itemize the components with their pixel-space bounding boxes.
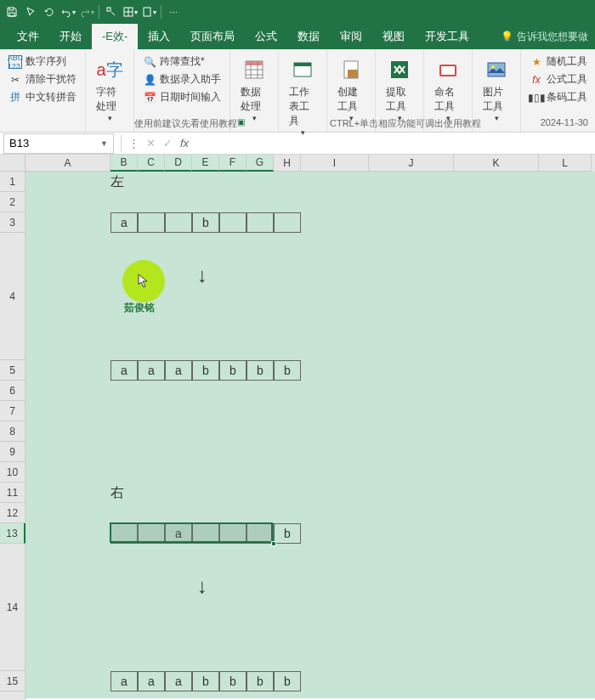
select-all-corner[interactable] <box>0 155 26 172</box>
cell[interactable] <box>192 523 219 544</box>
cell[interactable]: a <box>165 360 192 381</box>
char-process-button[interactable]: a字 字符处理▾ <box>91 53 128 126</box>
datetime-button[interactable]: 📅日期时间输入 <box>139 88 224 106</box>
col-header-C[interactable]: C <box>138 155 165 172</box>
create-tools-button[interactable]: 创建工具▾ <box>332 53 370 126</box>
extract-tools-button[interactable]: 提取工具▾ <box>381 53 418 126</box>
col-header-G[interactable]: G <box>246 155 274 172</box>
cell-area[interactable]: 左右abaaabbbbabaaabbbb↓↓茹俊铭 <box>26 172 595 698</box>
menu-view[interactable]: 视图 <box>372 24 415 49</box>
col-header-A[interactable]: A <box>26 155 110 172</box>
formula-input[interactable] <box>193 133 595 154</box>
cell[interactable] <box>138 212 165 233</box>
cell[interactable]: b <box>219 671 246 692</box>
menu-data[interactable]: 数据 <box>287 24 330 49</box>
cell[interactable] <box>110 523 138 544</box>
col-header-F[interactable]: F <box>219 155 246 172</box>
barcode-tools-button[interactable]: ▮▯▮条码工具 <box>526 88 591 106</box>
row-header-4[interactable]: 4 <box>0 233 26 360</box>
row-header-[interactable] <box>0 692 26 700</box>
clipboard-icon[interactable]: ▾ <box>140 3 157 20</box>
pinyin-button[interactable]: 拼中文转拼音 <box>5 88 80 106</box>
touch-icon[interactable] <box>103 3 120 20</box>
cell[interactable] <box>165 212 192 233</box>
cell[interactable]: b <box>192 360 219 381</box>
row-header-7[interactable]: 7 <box>0 401 26 421</box>
name-tools-button[interactable]: 命名工具▾ <box>429 53 467 126</box>
menu-eeffect[interactable]: -E效- <box>92 24 138 49</box>
confirm-icon[interactable]: ✓ <box>159 137 176 150</box>
redo-icon[interactable]: ▾ <box>78 3 95 20</box>
grid-icon[interactable]: ▾ <box>122 3 139 20</box>
name-box[interactable]: B13 ▼ <box>3 133 114 154</box>
menu-formula[interactable]: 公式 <box>245 24 287 49</box>
formula-tools-button[interactable]: fx公式工具 <box>526 71 591 88</box>
cell[interactable] <box>274 212 301 233</box>
row-header-2[interactable]: 2 <box>0 192 26 212</box>
row-header-1[interactable]: 1 <box>0 172 26 192</box>
col-header-D[interactable]: D <box>165 155 192 172</box>
col-header-K[interactable]: K <box>454 155 539 172</box>
image-tools-button[interactable]: 图片工具▾ <box>478 53 515 126</box>
fill-handle[interactable] <box>271 541 276 546</box>
row-header-5[interactable]: 5 <box>0 360 26 381</box>
menu-layout[interactable]: 页面布局 <box>180 24 245 49</box>
cell[interactable] <box>219 212 246 233</box>
fx-label[interactable]: fx <box>176 137 193 150</box>
col-header-I[interactable]: I <box>301 155 369 172</box>
col-header-B[interactable]: B <box>110 155 138 172</box>
data-entry-button[interactable]: 👤数据录入助手 <box>139 71 224 88</box>
cell[interactable]: b <box>274 360 301 381</box>
cell[interactable]: a <box>110 212 138 233</box>
pointer-icon[interactable] <box>22 3 39 20</box>
menu-insert[interactable]: 插入 <box>138 24 180 49</box>
row-header-8[interactable]: 8 <box>0 421 26 442</box>
cell[interactable]: 左 <box>110 172 138 192</box>
cell[interactable]: b <box>274 523 301 544</box>
row-header-12[interactable]: 12 <box>0 503 26 523</box>
col-header-H[interactable]: H <box>274 155 301 172</box>
col-header-L[interactable]: L <box>539 155 592 172</box>
col-header-J[interactable]: J <box>369 155 454 172</box>
undo-icon[interactable]: ▾ <box>60 3 76 20</box>
menu-review[interactable]: 审阅 <box>330 24 372 49</box>
col-header-E[interactable]: E <box>192 155 219 172</box>
row-header-14[interactable]: 14 <box>0 544 26 671</box>
chevron-down-icon[interactable]: ▼ <box>100 139 108 148</box>
tell-me[interactable]: 💡 告诉我您想要做 <box>501 30 588 44</box>
row-header-13[interactable]: 13 <box>0 523 26 544</box>
clear-noise-button[interactable]: ✂清除干扰符 <box>5 71 80 88</box>
row-header-11[interactable]: 11 <box>0 483 26 503</box>
row-header-6[interactable]: 6 <box>0 381 26 401</box>
cell[interactable]: a <box>138 671 165 692</box>
cell[interactable]: a <box>165 523 192 544</box>
save-icon[interactable] <box>3 3 20 20</box>
row-header-3[interactable]: 3 <box>0 212 26 233</box>
cell[interactable]: b <box>192 212 219 233</box>
dots-icon[interactable]: ⋮ <box>125 137 142 150</box>
cell[interactable]: a <box>110 360 138 381</box>
num-sequence-button[interactable]: ABC123数字序列 <box>5 53 80 71</box>
cell[interactable]: a <box>138 360 165 381</box>
cell[interactable]: b <box>246 671 274 692</box>
cell[interactable]: a <box>165 671 192 692</box>
cell[interactable] <box>246 523 274 544</box>
menu-file[interactable]: 文件 <box>7 24 49 49</box>
random-tools-button[interactable]: ★随机工具 <box>526 53 591 71</box>
menu-dev[interactable]: 开发工具 <box>415 24 479 49</box>
cell[interactable] <box>138 523 165 544</box>
cancel-icon[interactable]: ✕ <box>142 137 159 150</box>
cell[interactable]: b <box>192 671 219 692</box>
row-header-15[interactable]: 15 <box>0 671 26 692</box>
menu-home[interactable]: 开始 <box>49 24 92 49</box>
data-process-button[interactable]: 数据处理▾ <box>235 53 273 126</box>
ribbon-tip-left[interactable]: 使用前建议先看使用教程 <box>7 117 237 130</box>
row-header-9[interactable]: 9 <box>0 442 26 462</box>
cell[interactable]: b <box>219 360 246 381</box>
cell[interactable] <box>219 523 246 544</box>
cell[interactable]: 右 <box>110 483 138 503</box>
customize-qat-icon[interactable]: ⋯ <box>165 3 182 20</box>
refresh-icon[interactable] <box>41 3 58 20</box>
cell[interactable]: b <box>246 360 274 381</box>
cell[interactable]: a <box>110 671 138 692</box>
